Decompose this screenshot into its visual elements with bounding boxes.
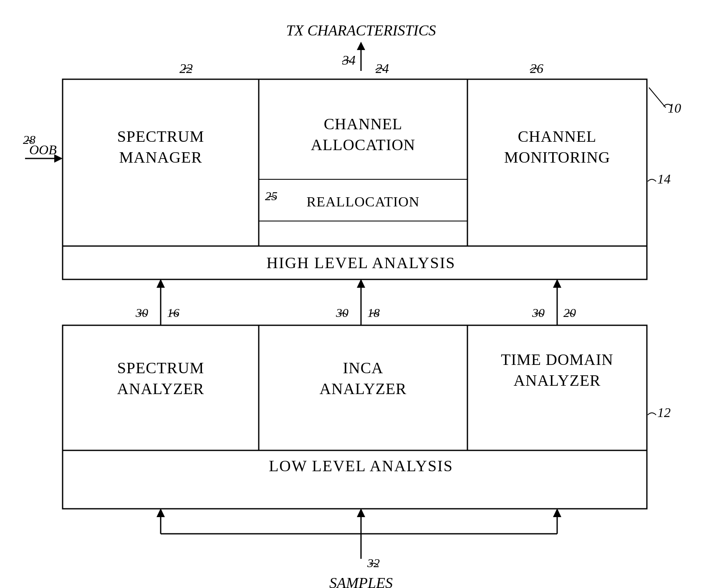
inca-analyzer-line2: ANALYZER — [320, 380, 407, 397]
channel-allocation-line2: ALLOCATION — [311, 136, 416, 153]
ref-28-label: 28 — [23, 133, 35, 146]
spectrum-analyzer-line1: SPECTRUM — [117, 359, 204, 377]
samples-label: SAMPLES — [329, 575, 393, 588]
svg-marker-1 — [357, 42, 365, 50]
diagram-container: TX CHARACTERISTICS 34 22 24 26 SPECTRUM — [0, 0, 722, 588]
channel-monitoring-line2: MONITORING — [504, 148, 610, 166]
ref-34-label: 34 — [342, 53, 356, 68]
high-level-analysis-label: HIGH LEVEL ANALYSIS — [267, 254, 456, 271]
inca-analyzer-line1: INCA — [343, 359, 384, 377]
svg-marker-19 — [357, 508, 365, 517]
svg-marker-17 — [157, 508, 165, 517]
spectrum-manager-line1: SPECTRUM — [117, 128, 204, 145]
time-domain-analyzer-line2: ANALYZER — [514, 372, 601, 389]
svg-marker-8 — [157, 279, 165, 288]
svg-line-24 — [649, 88, 666, 108]
low-level-analysis-label: LOW LEVEL ANALYSIS — [269, 457, 453, 475]
spectrum-manager-line2: MANAGER — [119, 148, 202, 166]
spectrum-analyzer-line2: ANALYZER — [117, 380, 204, 397]
time-domain-analyzer-line1: TIME DOMAIN — [501, 351, 613, 368]
ref-10-label: 10 — [668, 101, 681, 116]
svg-marker-10 — [357, 279, 365, 288]
channel-monitoring-line1: CHANNEL — [518, 128, 597, 145]
ref-14-label: 14 — [657, 171, 671, 186]
ref-25-label: 25 — [265, 189, 278, 203]
tx-characteristics-label: TX CHARACTERISTICS — [286, 22, 436, 39]
reallocation-text: REALLOCATION — [307, 194, 420, 209]
channel-allocation-line1: CHANNEL — [324, 115, 403, 133]
svg-marker-21 — [553, 508, 561, 517]
svg-marker-12 — [553, 279, 561, 288]
ref-12-label: 12 — [657, 405, 671, 420]
